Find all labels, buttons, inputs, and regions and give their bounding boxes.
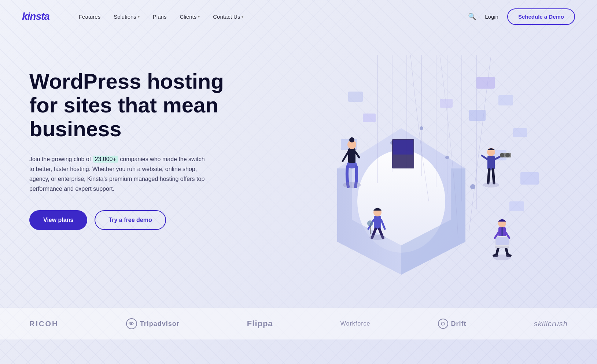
hero-description: Join the growing club of 23,000+ compani… (29, 154, 205, 194)
highlight-number: 23,000+ (93, 156, 118, 163)
svg-line-47 (493, 170, 494, 183)
hero-illustration (264, 55, 575, 293)
svg-point-33 (349, 137, 354, 142)
nav-plans[interactable]: Plans (153, 14, 167, 20)
schedule-demo-button[interactable]: Schedule a Demo (507, 8, 575, 25)
svg-rect-18 (498, 95, 513, 105)
svg-rect-36 (374, 216, 381, 229)
svg-rect-44 (487, 156, 495, 170)
client-tripadvisor: 👁 Tripadvisor (126, 318, 180, 329)
nav-actions: 🔍 Login Schedule a Demo (468, 8, 575, 25)
svg-point-68 (493, 255, 511, 260)
svg-rect-23 (348, 92, 363, 102)
svg-rect-31 (348, 148, 355, 163)
login-link[interactable]: Login (485, 14, 498, 20)
svg-point-66 (369, 235, 386, 240)
svg-rect-17 (476, 77, 495, 89)
hero-buttons: View plans Try a free demo (29, 210, 242, 230)
search-icon[interactable]: 🔍 (468, 12, 476, 21)
nav-features[interactable]: Features (79, 14, 100, 20)
svg-rect-27 (509, 201, 524, 211)
chevron-down-icon: ▾ (138, 15, 140, 19)
svg-line-34 (343, 152, 348, 161)
client-drift: ⬡ Drift (438, 319, 467, 329)
svg-point-52 (505, 153, 510, 157)
brand-logo[interactable]: kinsta (22, 11, 49, 22)
svg-rect-62 (495, 246, 509, 248)
svg-point-51 (500, 153, 504, 157)
clients-bar: RICOH 👁 Tripadvisor Flippa Workforce ⬡ D… (0, 308, 597, 339)
nav-clients[interactable]: Clients ▾ (180, 14, 200, 20)
nav-solutions[interactable]: Solutions ▾ (114, 14, 140, 20)
client-ricoh: RICOH (29, 320, 58, 328)
nav-contact[interactable]: Contact Us ▾ (213, 14, 243, 20)
svg-rect-61 (495, 237, 509, 245)
tripadvisor-icon: 👁 (126, 318, 137, 329)
svg-line-48 (482, 156, 487, 159)
hero-title: WordPress hosting for sites that mean bu… (29, 70, 242, 141)
svg-point-43 (367, 220, 373, 226)
view-plans-button[interactable]: View plans (29, 210, 87, 230)
client-workforce: Workforce (340, 320, 371, 327)
drift-icon: ⬡ (438, 319, 448, 329)
client-skillcrush: skillcrush (534, 320, 568, 328)
svg-rect-24 (363, 114, 376, 122)
svg-line-46 (488, 170, 489, 183)
svg-rect-20 (513, 128, 527, 137)
svg-rect-21 (440, 99, 453, 108)
svg-point-15 (445, 156, 449, 159)
page-wrapper: kinsta Features Solutions ▾ Plans Client… (0, 0, 597, 364)
hero-content: WordPress hosting for sites that mean bu… (29, 55, 242, 230)
hero-svg-illustration (264, 55, 539, 282)
chevron-down-icon: ▾ (242, 15, 243, 19)
chevron-down-icon: ▾ (198, 15, 200, 19)
svg-rect-26 (520, 172, 539, 185)
nav-links: Features Solutions ▾ Plans Clients ▾ Con… (79, 14, 468, 20)
svg-point-65 (343, 182, 361, 188)
navbar: kinsta Features Solutions ▾ Plans Client… (0, 0, 597, 33)
svg-rect-29 (393, 140, 413, 155)
hero-section: WordPress hosting for sites that mean bu… (0, 33, 597, 308)
try-demo-button[interactable]: Try a free demo (95, 210, 166, 230)
svg-point-14 (420, 126, 423, 130)
svg-rect-19 (469, 110, 486, 121)
svg-point-16 (470, 184, 475, 189)
svg-point-67 (483, 182, 499, 187)
client-flippa: Flippa (247, 319, 273, 328)
